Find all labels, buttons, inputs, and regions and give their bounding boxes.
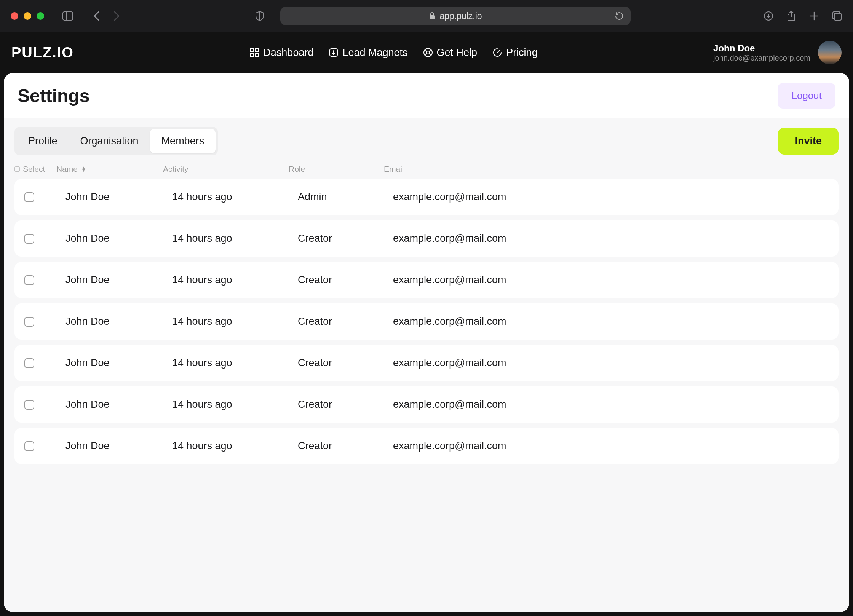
svg-line-20 [429,54,431,56]
th-select[interactable]: Select [14,164,56,174]
nav-links: Dashboard Lead Magnets Get Help Pricing [249,47,537,59]
user-block[interactable]: John Doe john.doe@examplecorp.com [713,41,842,64]
tabs-overview-icon[interactable] [832,11,842,21]
th-activity[interactable]: Activity [163,164,289,174]
privacy-shield-icon[interactable] [254,11,265,21]
downloads-icon[interactable] [763,11,774,21]
svg-rect-10 [255,48,259,52]
sort-icon: ▲▼ [81,166,86,172]
nav-arrows [91,11,122,21]
th-email[interactable]: Email [384,164,839,174]
svg-rect-3 [430,15,435,19]
card-header: Settings Logout [4,73,849,118]
user-email: john.doe@examplecorp.com [713,54,810,62]
table-row[interactable]: John Doe 14 hours ago Creator example.co… [14,428,839,464]
tab-profile[interactable]: Profile [17,129,69,153]
table-header: Select Name ▲▼ Activity Role Email [14,162,839,179]
tabs: Profile Organisation Members [14,127,218,155]
cell-role: Creator [298,233,393,244]
table-row[interactable]: John Doe 14 hours ago Admin example.corp… [14,179,839,215]
import-icon [329,48,339,57]
tab-members[interactable]: Members [150,129,216,153]
cell-name: John Doe [65,191,172,203]
row-checkbox[interactable] [24,317,34,327]
nav-dashboard[interactable]: Dashboard [249,47,313,59]
svg-rect-12 [255,53,259,57]
reload-icon[interactable] [614,11,625,21]
nav-lead-magnets[interactable]: Lead Magnets [329,47,407,59]
forward-button[interactable] [111,11,122,21]
maximize-window-button[interactable] [37,12,44,20]
grid-icon [249,48,259,57]
app-nav: PULZ.IO Dashboard Lead Magnets Get Help … [0,32,853,73]
select-all-checkbox[interactable] [14,166,20,172]
new-tab-icon[interactable] [809,11,819,21]
tabs-row: Profile Organisation Members Invite [4,118,849,158]
page-title: Settings [18,85,89,106]
cell-role: Creator [298,399,393,410]
cell-role: Creator [298,357,393,369]
th-name-label: Name [56,164,78,174]
cell-email: example.corp@mail.com [393,274,829,286]
row-checkbox[interactable] [24,441,34,451]
cell-email: example.corp@mail.com [393,357,829,369]
invite-button[interactable]: Invite [778,128,839,155]
cell-name: John Doe [65,440,172,452]
content-card: Settings Logout Profile Organisation Mem… [4,73,849,612]
table-row[interactable]: John Doe 14 hours ago Creator example.co… [14,262,839,298]
cell-activity: 14 hours ago [172,316,298,327]
tab-organisation[interactable]: Organisation [69,129,150,153]
svg-line-21 [497,50,500,53]
url-bar[interactable]: app.pulz.io [280,7,631,25]
cell-name: John Doe [65,233,172,244]
nav-get-help[interactable]: Get Help [423,47,478,59]
logout-button[interactable]: Logout [778,83,835,109]
cell-activity: 14 hours ago [172,233,298,244]
cell-email: example.corp@mail.com [393,316,829,327]
table-row[interactable]: John Doe 14 hours ago Creator example.co… [14,303,839,340]
row-checkbox[interactable] [24,275,34,285]
cell-role: Creator [298,440,393,452]
close-window-button[interactable] [11,12,18,20]
th-name[interactable]: Name ▲▼ [56,164,163,174]
nav-dashboard-label: Dashboard [263,47,313,59]
cell-role: Admin [298,191,393,203]
cell-role: Creator [298,274,393,286]
nav-pricing-label: Pricing [506,47,538,59]
svg-line-18 [429,49,431,51]
row-checkbox[interactable] [24,358,34,368]
user-name: John Doe [713,43,810,54]
share-icon[interactable] [786,11,797,21]
table-row[interactable]: John Doe 14 hours ago Creator example.co… [14,345,839,381]
table-row[interactable]: John Doe 14 hours ago Creator example.co… [14,386,839,423]
cell-activity: 14 hours ago [172,274,298,286]
brand-logo[interactable]: PULZ.IO [11,45,74,61]
minimize-window-button[interactable] [24,12,31,20]
th-select-label: Select [23,164,45,174]
row-checkbox[interactable] [24,400,34,410]
avatar[interactable] [818,41,842,64]
th-role[interactable]: Role [289,164,384,174]
svg-rect-0 [63,12,73,20]
lock-icon [429,12,436,20]
url-text: app.pulz.io [439,11,482,21]
cell-activity: 14 hours ago [172,399,298,410]
table-area: Select Name ▲▼ Activity Role Email John … [4,158,849,612]
window-controls [11,12,44,20]
cell-name: John Doe [65,274,172,286]
row-checkbox[interactable] [24,234,34,244]
cell-email: example.corp@mail.com [393,440,829,452]
nav-pricing[interactable]: Pricing [492,47,538,59]
back-button[interactable] [91,11,102,21]
table-row[interactable]: John Doe 14 hours ago Creator example.co… [14,220,839,257]
nav-get-help-label: Get Help [437,47,478,59]
cell-activity: 14 hours ago [172,191,298,203]
cell-email: example.corp@mail.com [393,233,829,244]
cell-activity: 14 hours ago [172,440,298,452]
cell-name: John Doe [65,357,172,369]
cell-role: Creator [298,316,393,327]
nav-lead-magnets-label: Lead Magnets [342,47,407,59]
row-checkbox[interactable] [24,192,34,202]
chrome-right-controls [763,11,842,21]
sidebar-toggle-icon[interactable] [62,11,73,21]
